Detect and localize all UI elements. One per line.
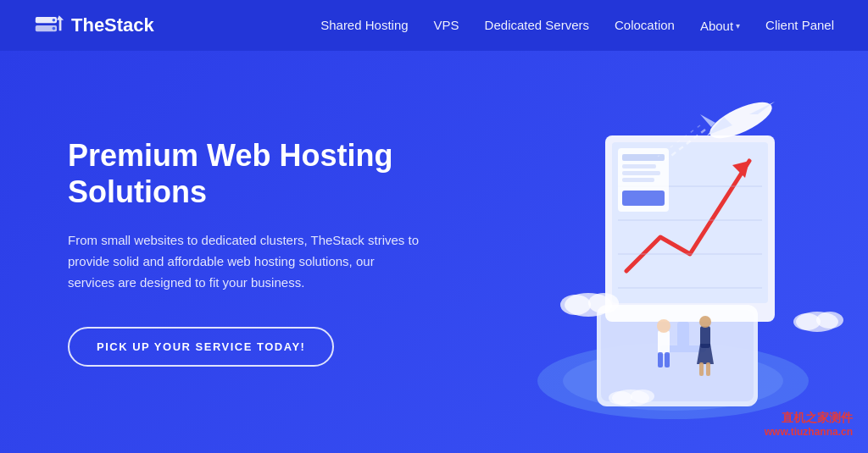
hero-illustration	[444, 68, 851, 440]
nav-link-dedicated[interactable]: Dedicated Servers	[485, 18, 589, 32]
nav-item-vps[interactable]: VPS	[434, 18, 459, 33]
svg-rect-38	[665, 352, 670, 367]
brand-logo[interactable]: TheStack	[34, 14, 154, 37]
brand-name: TheStack	[71, 14, 154, 36]
svg-rect-22	[622, 191, 665, 206]
svg-marker-26	[700, 114, 715, 127]
svg-point-45	[609, 391, 632, 405]
svg-point-31	[588, 293, 619, 313]
nav-item-colocation[interactable]: Colocation	[615, 18, 675, 33]
svg-point-34	[816, 312, 843, 329]
hero-title: Premium Web Hosting Solutions	[68, 137, 475, 210]
illustration-svg	[444, 68, 851, 440]
svg-rect-7	[601, 310, 754, 401]
nav-item-shared-hosting[interactable]: Shared Hosting	[320, 18, 408, 33]
nav-links: Shared Hosting VPS Dedicated Servers Col…	[320, 18, 834, 33]
nav-link-colocation[interactable]: Colocation	[615, 18, 675, 32]
svg-rect-10	[677, 322, 689, 347]
nav-item-client-panel[interactable]: Client Panel	[765, 18, 834, 33]
hero-content: Premium Web Hosting Solutions From small…	[68, 137, 475, 367]
logo-icon	[34, 14, 64, 37]
svg-point-46	[631, 389, 654, 403]
svg-rect-20	[622, 171, 660, 175]
svg-point-33	[793, 313, 821, 330]
nav-item-dedicated[interactable]: Dedicated Servers	[485, 18, 589, 33]
svg-rect-37	[658, 352, 663, 367]
nav-item-about[interactable]: About ▾	[700, 19, 740, 33]
navbar: TheStack Shared Hosting VPS Dedicated Se…	[0, 0, 868, 51]
svg-point-30	[560, 295, 591, 315]
watermark-line1: 直机之家测件	[765, 411, 853, 426]
svg-point-2	[53, 19, 56, 22]
svg-point-40	[699, 316, 711, 328]
nav-link-shared-hosting[interactable]: Shared Hosting	[320, 18, 408, 32]
svg-rect-21	[622, 178, 654, 182]
svg-rect-18	[622, 154, 665, 161]
watermark: 直机之家测件 www.tiuzhanna.cn	[765, 411, 853, 438]
watermark-line2: www.tiuzhanna.cn	[765, 426, 853, 438]
chevron-down-icon: ▾	[736, 21, 740, 30]
hero-section: Premium Web Hosting Solutions From small…	[0, 51, 868, 453]
nav-link-vps[interactable]: VPS	[434, 18, 459, 32]
svg-point-36	[657, 319, 670, 333]
svg-point-3	[53, 27, 56, 30]
nav-link-client-panel[interactable]: Client Panel	[765, 18, 834, 32]
svg-rect-35	[658, 330, 670, 354]
hero-cta-button[interactable]: PICK UP YOUR SERVICE TODAY!	[68, 327, 334, 367]
svg-rect-43	[706, 362, 710, 376]
svg-rect-19	[622, 164, 656, 168]
hero-description: From small websites to dedicated cluster…	[68, 230, 424, 293]
nav-link-about[interactable]: About ▾	[700, 19, 740, 33]
svg-rect-42	[699, 362, 704, 376]
